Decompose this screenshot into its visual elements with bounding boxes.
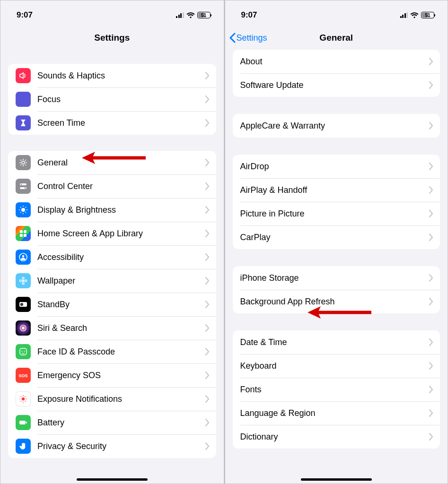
row-keyboard[interactable]: Keyboard bbox=[233, 354, 440, 378]
row-standby[interactable]: StandBy bbox=[8, 293, 216, 316]
row-label: Siri & Search bbox=[37, 323, 205, 333]
row-fonts[interactable]: Fonts bbox=[233, 378, 440, 401]
row-label: Exposure Notifications bbox=[37, 394, 205, 404]
row-label: StandBy bbox=[37, 300, 205, 310]
row-battery[interactable]: Battery bbox=[8, 411, 216, 434]
svg-point-2 bbox=[21, 184, 22, 185]
svg-point-15 bbox=[20, 280, 22, 282]
svg-point-5 bbox=[21, 208, 25, 212]
chevron-right-icon bbox=[429, 122, 433, 130]
sun-icon bbox=[16, 202, 31, 217]
svg-point-0 bbox=[22, 161, 25, 164]
row-language-region[interactable]: Language & Region bbox=[233, 401, 440, 425]
row-label: Language & Region bbox=[240, 408, 430, 418]
row-sounds-haptics[interactable]: Sounds & Haptics bbox=[8, 64, 216, 87]
group-general-etc: GeneralControl CenterDisplay & Brightnes… bbox=[8, 151, 216, 458]
chevron-right-icon bbox=[205, 348, 210, 355]
row-label: Sounds & Haptics bbox=[37, 71, 205, 81]
svg-rect-21 bbox=[20, 348, 26, 355]
chevron-right-icon bbox=[205, 230, 210, 237]
svg-point-14 bbox=[22, 283, 24, 285]
group-0: AboutSoftware Update bbox=[233, 50, 440, 97]
row-control-center[interactable]: Control Center bbox=[8, 174, 216, 198]
row-applecare[interactable]: AppleCare & Warranty bbox=[233, 114, 440, 138]
moon-icon bbox=[16, 92, 31, 107]
svg-point-11 bbox=[22, 255, 25, 258]
back-button[interactable]: Settings bbox=[229, 26, 267, 50]
chevron-right-icon bbox=[429, 409, 433, 417]
chevron-right-icon bbox=[205, 442, 210, 450]
chevron-right-icon bbox=[429, 338, 433, 346]
row-exposure-notifications[interactable]: Exposure Notifications bbox=[8, 387, 216, 411]
row-label: Focus bbox=[37, 95, 205, 104]
row-pip[interactable]: Picture in Picture bbox=[233, 202, 440, 225]
battery-level: 51 bbox=[201, 13, 206, 18]
row-display-brightness[interactable]: Display & Brightness bbox=[8, 198, 216, 222]
speaker-icon bbox=[16, 68, 31, 83]
row-siri-search[interactable]: Siri & Search bbox=[8, 316, 216, 340]
chevron-right-icon bbox=[205, 395, 210, 403]
chevron-right-icon bbox=[205, 206, 210, 214]
chevron-right-icon bbox=[429, 58, 433, 65]
row-label: Dictionary bbox=[240, 432, 430, 442]
cellular-signal-icon bbox=[176, 12, 184, 18]
chevron-right-icon bbox=[205, 119, 210, 127]
group-1: AppleCare & Warranty bbox=[233, 114, 440, 138]
row-emergency-sos[interactable]: SOSEmergency SOS bbox=[8, 363, 216, 387]
status-time: 9:07 bbox=[241, 10, 257, 20]
settings-list[interactable]: Sounds & HapticsFocusScreen Time General… bbox=[0, 50, 224, 484]
row-face-id[interactable]: Face ID & Passcode bbox=[8, 340, 216, 363]
row-label: Software Update bbox=[240, 80, 430, 90]
row-software-update[interactable]: Software Update bbox=[233, 73, 440, 97]
hourglass-icon bbox=[16, 115, 31, 130]
back-label: Settings bbox=[237, 33, 267, 43]
cellular-signal-icon bbox=[400, 12, 408, 18]
chevron-right-icon bbox=[429, 233, 433, 241]
svg-rect-9 bbox=[24, 234, 26, 237]
row-focus[interactable]: Focus bbox=[8, 87, 216, 111]
row-home-screen[interactable]: Home Screen & App Library bbox=[8, 222, 216, 245]
wifi-icon bbox=[410, 12, 419, 18]
phone-general: 9:07 51 Settings General AboutSoftware U… bbox=[224, 0, 448, 484]
row-background-app-refresh[interactable]: Background App Refresh bbox=[233, 290, 440, 313]
status-bar: 9:07 51 bbox=[0, 0, 224, 26]
row-label: CarPlay bbox=[240, 233, 430, 242]
home-indicator[interactable] bbox=[301, 478, 372, 481]
row-general[interactable]: General bbox=[8, 151, 216, 174]
row-dictionary[interactable]: Dictionary bbox=[233, 425, 440, 449]
row-about[interactable]: About bbox=[233, 50, 440, 73]
row-wallpaper[interactable]: Wallpaper bbox=[8, 269, 216, 293]
siri-icon bbox=[16, 320, 31, 336]
svg-rect-26 bbox=[19, 421, 26, 424]
chevron-right-icon bbox=[205, 372, 210, 379]
row-accessibility[interactable]: Accessibility bbox=[8, 245, 216, 269]
svg-rect-27 bbox=[26, 422, 27, 424]
status-time: 9:07 bbox=[17, 10, 33, 20]
row-date-time[interactable]: Date & Time bbox=[233, 330, 440, 354]
chevron-right-icon bbox=[429, 433, 433, 441]
chevron-right-icon bbox=[429, 274, 433, 282]
row-airdrop[interactable]: AirDrop bbox=[233, 155, 440, 178]
chevron-right-icon bbox=[205, 159, 210, 166]
battery-icon bbox=[16, 415, 31, 430]
row-airplay[interactable]: AirPlay & Handoff bbox=[233, 178, 440, 202]
row-label: About bbox=[240, 57, 430, 67]
row-label: Control Center bbox=[37, 182, 205, 191]
general-list[interactable]: AboutSoftware UpdateAppleCare & Warranty… bbox=[225, 50, 448, 484]
row-iphone-storage[interactable]: iPhone Storage bbox=[233, 266, 440, 290]
row-carplay[interactable]: CarPlay bbox=[233, 225, 440, 249]
chevron-right-icon bbox=[205, 277, 210, 285]
row-privacy-security[interactable]: Privacy & Security bbox=[8, 434, 216, 458]
row-label: Emergency SOS bbox=[37, 371, 205, 380]
flower-icon bbox=[16, 273, 31, 288]
row-screen-time[interactable]: Screen Time bbox=[8, 111, 216, 135]
row-label: iPhone Storage bbox=[240, 273, 430, 283]
battery-icon: 51 bbox=[197, 12, 211, 18]
chevron-right-icon bbox=[205, 301, 210, 308]
exposure-icon bbox=[16, 391, 31, 406]
svg-point-25 bbox=[22, 398, 25, 400]
row-label: Wallpaper bbox=[37, 276, 205, 286]
home-indicator[interactable] bbox=[77, 478, 148, 481]
person-circle-icon bbox=[16, 250, 31, 265]
nav-title: General bbox=[319, 33, 353, 43]
